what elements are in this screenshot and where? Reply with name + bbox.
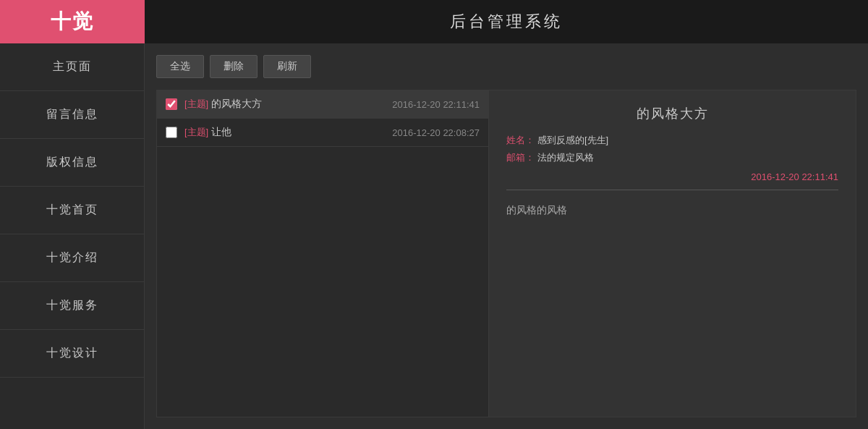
detail-meta: 姓名： 感到反感的[先生] 邮箱： 法的规定风格: [506, 134, 838, 169]
logo-area: 十觉: [0, 0, 145, 43]
table-row[interactable]: [主题] 让他 2016-12-20 22:08:27: [157, 119, 488, 147]
detail-timestamp: 2016-12-20 22:11:41: [506, 171, 838, 182]
detail-body: 的风格的风格: [506, 202, 838, 219]
header: 十觉 后台管理系统: [0, 0, 868, 43]
email-label: 邮箱：: [506, 151, 535, 164]
detail-panel: 的风格大方 姓名： 感到反感的[先生] 邮箱： 法的规定风格 2016-12-2…: [489, 90, 856, 417]
sidebar-item-copyright[interactable]: 版权信息: [0, 139, 144, 187]
sidebar-item-index[interactable]: 十觉首页: [0, 187, 144, 234]
msg-tag-1: [主题]: [184, 98, 208, 111]
delete-button[interactable]: 删除: [210, 55, 258, 78]
msg-subject-2: 让他: [211, 126, 385, 139]
select-all-button[interactable]: 全选: [156, 55, 204, 78]
detail-title: 的风格大方: [506, 105, 838, 122]
name-value: 感到反感的[先生]: [537, 134, 608, 147]
sidebar-item-messages[interactable]: 留言信息: [0, 91, 144, 139]
logo-text: 十觉: [51, 8, 94, 35]
refresh-button[interactable]: 刷新: [263, 55, 311, 78]
msg-time-2: 2016-12-20 22:08:27: [392, 127, 480, 138]
sidebar-item-intro[interactable]: 十觉介绍: [0, 234, 144, 282]
detail-divider: [506, 190, 838, 190]
header-title: 后台管理系统: [145, 11, 868, 33]
meta-name-row: 姓名： 感到反感的[先生]: [506, 134, 838, 147]
meta-email-row: 邮箱： 法的规定风格: [506, 151, 838, 164]
list-detail: [主题] 的风格大方 2016-12-20 22:11:41 [主题] 让他 2…: [156, 90, 856, 417]
row-checkbox-2[interactable]: [166, 127, 177, 138]
sidebar-item-service[interactable]: 十觉服务: [0, 282, 144, 330]
content-area: 全选 删除 刷新 [主题] 的风格大方 2016-12-20 22:11:41 …: [145, 43, 868, 429]
sidebar-item-design[interactable]: 十觉设计: [0, 330, 144, 378]
email-value: 法的规定风格: [537, 151, 594, 164]
sidebar-item-home[interactable]: 主页面: [0, 43, 144, 91]
main-layout: 主页面 留言信息 版权信息 十觉首页 十觉介绍 十觉服务 十觉设计 全选 删除 …: [0, 43, 868, 429]
row-checkbox-1[interactable]: [166, 98, 177, 110]
msg-time-1: 2016-12-20 22:11:41: [392, 99, 480, 110]
msg-subject-1: 的风格大方: [211, 98, 385, 111]
msg-tag-2: [主题]: [184, 126, 208, 139]
sidebar: 主页面 留言信息 版权信息 十觉首页 十觉介绍 十觉服务 十觉设计: [0, 43, 145, 429]
toolbar: 全选 删除 刷新: [156, 55, 856, 78]
table-row[interactable]: [主题] 的风格大方 2016-12-20 22:11:41: [157, 90, 488, 119]
name-label: 姓名：: [506, 134, 535, 147]
message-list: [主题] 的风格大方 2016-12-20 22:11:41 [主题] 让他 2…: [156, 90, 489, 417]
